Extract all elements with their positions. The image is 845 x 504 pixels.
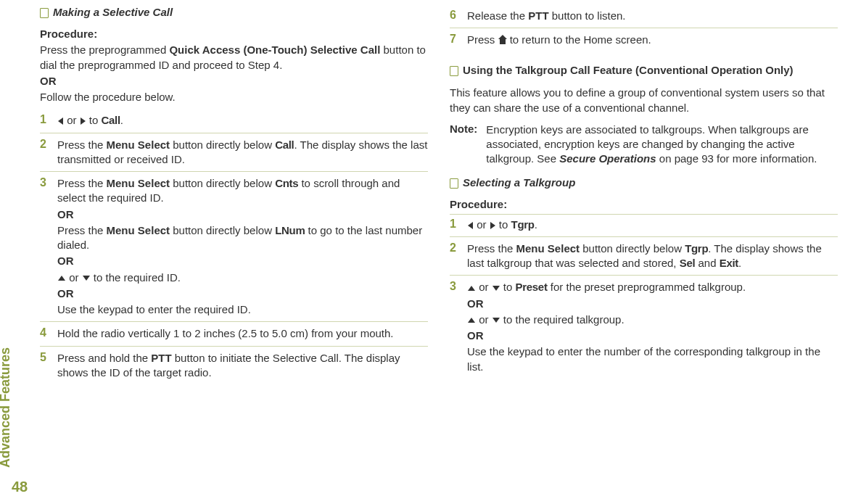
menu-name: Exit	[720, 257, 738, 269]
text: Press the	[57, 139, 107, 151]
step-number: 7	[450, 33, 460, 46]
text-bold: Menu Select	[107, 224, 170, 236]
text: or	[476, 313, 492, 326]
intro-paragraph: Press the preprogrammed Quick Access (On…	[40, 43, 428, 73]
step-list-right-bottom: 1 or to Tgrp. 2 Press the Menu Select bu…	[450, 214, 838, 379]
text: Press and hold the	[57, 352, 151, 364]
step-number: 1	[40, 113, 50, 126]
procedure-label: Procedure:	[450, 197, 838, 212]
text-bold: PTT	[151, 352, 171, 364]
step-list-right-top: 6 Release the PTT button to listen. 7 Pr…	[450, 4, 838, 52]
step-body: Press the Menu Select button directly be…	[467, 241, 838, 271]
up-arrow-icon	[468, 286, 475, 291]
text-bold: Menu Select	[107, 139, 170, 151]
or-label: OR	[40, 74, 428, 88]
step-number: 3	[450, 280, 460, 293]
text-bold: Menu Select	[516, 242, 580, 255]
text: button to listen.	[549, 9, 626, 22]
intro-line2: Follow the procedure below.	[40, 90, 428, 104]
text: button directly below	[580, 242, 685, 255]
text: Press	[467, 33, 498, 46]
text: Release the	[467, 9, 528, 22]
step-number: 2	[450, 241, 460, 255]
or-label: OR	[57, 207, 428, 222]
list-item: 7 Press to return to the Home screen.	[450, 28, 838, 51]
note-label: Note:	[450, 123, 477, 167]
menu-name: Tgrp	[511, 218, 535, 231]
doc-icon	[450, 178, 458, 189]
list-item: 4 Hold the radio vertically 1 to 2 inche…	[40, 322, 428, 346]
text: button directly below	[170, 177, 275, 189]
text: button directly below	[170, 139, 275, 151]
step-body: Press the Menu Select button directly be…	[57, 138, 428, 168]
step-number: 2	[40, 138, 50, 151]
menu-name: Call	[275, 139, 294, 151]
left-arrow-icon	[58, 117, 63, 125]
or-label: OR	[467, 297, 838, 311]
note-body: Encryption keys are associated to talkgr…	[486, 123, 838, 167]
menu-name: Cnts	[275, 177, 298, 189]
title-text: Making a Selective Call	[53, 6, 173, 18]
step-body: or to Tgrp.	[467, 218, 838, 232]
text: Press the	[467, 242, 516, 255]
text: for the preset preprogrammed talkgroup.	[548, 281, 746, 293]
text: or	[474, 218, 490, 231]
text: Press the	[57, 177, 107, 189]
section-title-selective-call: Making a Selective Call	[40, 6, 428, 18]
step-number: 5	[40, 351, 50, 364]
doc-icon	[450, 66, 458, 76]
left-margin: Advanced Features 48	[0, 0, 40, 504]
text: or	[64, 114, 80, 126]
step-body: or to Preset for the preset preprogramme…	[467, 280, 838, 374]
step-body: or to Call.	[57, 113, 428, 128]
step-number: 3	[40, 176, 50, 189]
text: button directly below	[170, 224, 275, 236]
text: .	[738, 257, 741, 269]
list-item: 2 Press the Menu Select button directly …	[450, 237, 838, 276]
text-bold: PTT	[528, 9, 548, 22]
title-text: Using the Talkgroup Call Feature (Conven…	[463, 64, 794, 76]
text: to	[86, 114, 102, 126]
text: or	[66, 271, 82, 284]
section-title-talkgroup-feature: Using the Talkgroup Call Feature (Conven…	[450, 64, 838, 76]
menu-name: Tgrp	[685, 242, 708, 255]
text-bold: Quick Access (One-Touch) Selective Call	[169, 44, 380, 56]
side-label: Advanced Features	[0, 347, 13, 468]
text: to	[500, 281, 516, 293]
text-bold-italic: Secure Operations	[559, 152, 656, 165]
menu-name: Preset	[516, 281, 548, 293]
text: .	[535, 218, 537, 231]
text: Use the keypad to enter the number of th…	[467, 345, 820, 372]
list-item: 1 or to Call.	[40, 109, 428, 133]
columns: Making a Selective Call Procedure: Press…	[40, 0, 845, 504]
step-body: Release the PTT button to listen.	[467, 9, 838, 23]
list-item: 2 Press the Menu Select button directly …	[40, 133, 428, 173]
step-number: 4	[40, 326, 50, 339]
list-item: 3 Press the Menu Select button directly …	[40, 172, 428, 322]
menu-name: LNum	[275, 224, 305, 236]
right-column: 6 Release the PTT button to listen. 7 Pr…	[450, 4, 838, 500]
home-icon	[498, 37, 507, 44]
text: to the required ID.	[91, 271, 181, 284]
step-body: Press the Menu Select button directly be…	[57, 176, 428, 317]
note-block: Note: Encryption keys are associated to …	[450, 123, 838, 167]
text: Use the keypad to enter the required ID.	[57, 303, 251, 315]
list-item: 5 Press and hold the PTT button to initi…	[40, 347, 428, 385]
down-arrow-icon	[492, 286, 500, 291]
step-body: Press to return to the Home screen.	[467, 33, 838, 47]
page: Advanced Features 48 Making a Selective …	[0, 0, 845, 504]
title-text: Selecting a Talkgroup	[463, 176, 575, 189]
step-number: 6	[450, 9, 460, 22]
text: to the required talkgroup.	[500, 313, 625, 326]
text: Press the	[57, 224, 107, 236]
left-arrow-icon	[468, 222, 473, 229]
menu-name: Sel	[680, 257, 696, 269]
up-arrow-icon	[58, 276, 65, 281]
intro-talkgroup: This feature allows you to define a grou…	[450, 85, 838, 115]
doc-icon	[40, 8, 49, 18]
step-list-left: 1 or to Call. 2 Press the Menu Select bu…	[40, 109, 428, 384]
or-label: OR	[57, 286, 428, 301]
or-label: OR	[467, 329, 838, 343]
or-label: OR	[57, 254, 428, 268]
right-arrow-icon	[490, 222, 495, 229]
